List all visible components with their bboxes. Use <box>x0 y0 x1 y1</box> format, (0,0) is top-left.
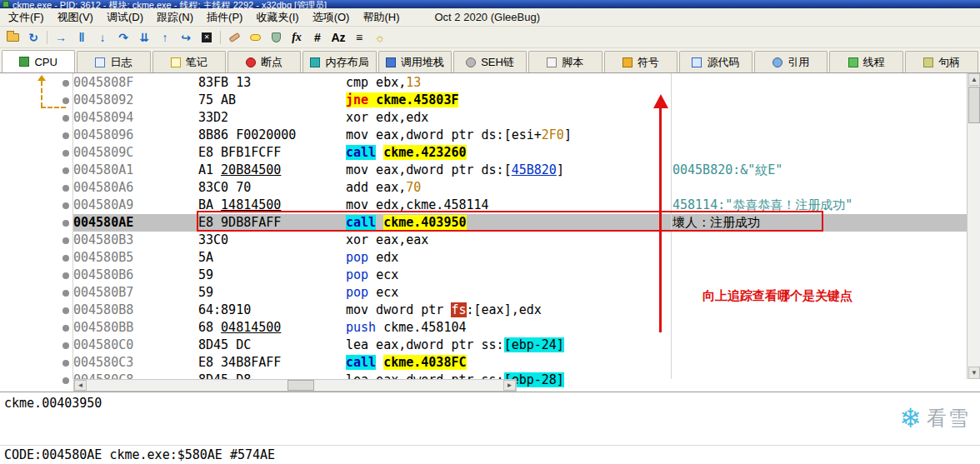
disasm-row[interactable]: 004580C3E8 34B8FAFFcall ckme.4038FC <box>0 354 967 372</box>
tab-references[interactable]: 引用 <box>754 51 828 72</box>
breakpoint-dot[interactable] <box>62 255 69 262</box>
tab-cpu[interactable]: CPU <box>2 50 75 72</box>
breakpoint-dot[interactable] <box>62 150 69 157</box>
preferences-lamp-icon[interactable]: ☼ <box>371 29 389 46</box>
menu-item-D[interactable]: 调试(D) <box>100 7 150 27</box>
step-out-icon[interactable]: ↑ <box>156 29 174 46</box>
disasm-row[interactable]: 004580B864:8910mov dword ptr fs:[eax],ed… <box>0 302 967 319</box>
breakpoint-dot[interactable] <box>62 220 69 227</box>
step-over-icon[interactable]: ↷ <box>114 29 132 46</box>
disasm-row[interactable]: 004580B55Apop edx <box>0 249 967 267</box>
run-to-user-icon[interactable]: ↪ <box>177 29 195 46</box>
disasm-row[interactable]: 004580A1A1 20B84500mov eax,dword ptr ds:… <box>0 162 967 179</box>
disasm-row[interactable]: 004580BB68 04814500push ckme.458104 <box>0 319 967 337</box>
menu-item-P[interactable]: 插件(P) <box>200 7 249 27</box>
breakpoint-dot[interactable] <box>62 377 69 384</box>
breakpoint-dot[interactable] <box>62 132 69 139</box>
row-gutter <box>0 372 73 389</box>
disasm-row[interactable]: 004580B333C0xor eax,eax <box>0 232 967 249</box>
function-fx-icon[interactable]: fx <box>288 29 306 46</box>
breakpoint-dot[interactable] <box>62 97 69 104</box>
breakpoint-dot[interactable] <box>62 325 69 332</box>
breakpoint-dot[interactable] <box>62 307 69 314</box>
comment-icon[interactable] <box>246 29 264 46</box>
close-icon[interactable]: ✕ <box>198 29 216 46</box>
scroll-down-icon[interactable]: ▼ <box>968 367 980 379</box>
tab-call-stack[interactable]: 调用堆栈 <box>378 51 452 72</box>
tab-notes[interactable]: 笔记 <box>152 51 226 72</box>
menu-item-F[interactable]: 文件(F) <box>2 7 51 27</box>
tab-memory-map[interactable]: 内存布局 <box>302 51 376 72</box>
bytes-cell: BA 14814500 <box>198 197 346 214</box>
breakpoint-dot[interactable] <box>62 80 69 87</box>
patch-icon <box>228 32 240 42</box>
scroll-right-icon[interactable]: ► <box>503 380 516 391</box>
disasm-row[interactable]: 004580968B86 F0020000mov eax,dword ptr d… <box>0 127 967 144</box>
breakpoint-dot[interactable] <box>62 167 69 174</box>
bytes-cell: 8B86 F0020000 <box>198 127 346 144</box>
tab-threads[interactable]: 线程 <box>829 51 902 72</box>
bytes-cell: 83C0 70 <box>198 179 346 197</box>
breakpoint-dot[interactable] <box>62 342 69 349</box>
disasm-row[interactable]: 004580A683C0 70add eax,70 <box>0 179 967 197</box>
menu-item-N[interactable]: 跟踪(N) <box>150 7 200 27</box>
pause-icon[interactable]: ‖ <box>72 29 91 46</box>
disasm-row[interactable]: 0045808F83FB 13cmp ebx,13 <box>0 74 967 92</box>
comment-cell <box>672 144 967 162</box>
menu-item-V[interactable]: 视图(V) <box>51 7 100 27</box>
breakpoint-dot[interactable] <box>62 115 69 122</box>
instruction-cell: call ckme.4038FC <box>346 354 672 372</box>
disasm-row[interactable]: 004580B659pop ecx <box>0 267 967 284</box>
bytes-cell: 64:8910 <box>198 302 346 319</box>
tab-symbols[interactable]: 符号 <box>604 51 678 72</box>
scroll-up-icon[interactable]: ▲ <box>968 73 980 86</box>
breakpoint-dot[interactable] <box>62 360 69 367</box>
animate-icon[interactable]: ⇊ <box>135 29 153 46</box>
log-list-icon[interactable]: ≡ <box>350 29 368 46</box>
patch-icon[interactable] <box>225 29 243 46</box>
tab-breakpoints[interactable]: 断点 <box>228 51 301 72</box>
disasm-row[interactable]: 0045809275 ABjne ckme.45803F <box>0 92 967 109</box>
horizontal-scrollbar[interactable]: ◄ ► <box>73 379 517 392</box>
breakpoint-dot[interactable] <box>62 202 69 209</box>
calculator-hash-icon[interactable]: # <box>308 29 327 46</box>
comment-cell: 458114:"恭喜恭喜！注册成功" <box>672 197 967 214</box>
tab-log[interactable]: 日志 <box>77 51 150 72</box>
comment-cell <box>672 267 967 284</box>
tab-script[interactable]: 脚本 <box>528 51 602 72</box>
menu-item-I[interactable]: 收藏夹(I) <box>249 7 305 27</box>
breakpoint-dot[interactable] <box>62 290 69 297</box>
vertical-scroll-thumb[interactable] <box>968 87 980 123</box>
disasm-row[interactable]: 004580A9BA 14814500mov edx,ckme.45811445… <box>0 197 967 214</box>
disasm-row[interactable]: 0045809433D2xor edx,edx <box>0 109 967 127</box>
run-icon[interactable]: → <box>52 29 70 46</box>
vertical-scrollbar[interactable]: ▲ ▼ <box>967 73 980 379</box>
row-gutter <box>0 302 73 319</box>
jump-arrow-icon <box>38 75 46 81</box>
restart-icon[interactable]: ↻ <box>24 29 42 46</box>
step-into-icon[interactable]: ↓ <box>93 29 112 46</box>
tab-seh-chain[interactable]: SEH链 <box>453 51 527 72</box>
breakpoint-dot[interactable] <box>62 185 69 192</box>
graph-icon[interactable] <box>267 29 285 46</box>
disassembly-pane[interactable]: 0045808F83FB 13cmp ebx,130045809275 ABjn… <box>0 73 980 392</box>
tab-source[interactable]: 源代码 <box>679 51 752 72</box>
font-az-icon[interactable]: Az <box>329 29 348 46</box>
scroll-left-icon[interactable]: ◄ <box>74 380 87 391</box>
address-cell: 00458096 <box>73 127 198 144</box>
breakpoint-dot[interactable] <box>62 272 69 279</box>
horizontal-scroll-thumb[interactable] <box>288 380 314 391</box>
comment-cell <box>672 319 967 337</box>
instruction-cell: jne ckme.45803F <box>346 92 672 109</box>
references-icon <box>772 57 782 67</box>
disasm-row[interactable]: 0045809CE8 BFB1FCFFcall ckme.423260 <box>0 144 967 162</box>
tab-label: 脚本 <box>562 55 583 70</box>
disasm-row[interactable]: 004580C08D45 DClea eax,dword ptr ss:[ebp… <box>0 337 967 354</box>
menu-item-O[interactable]: 选项(O) <box>306 7 357 27</box>
menu-item-H[interactable]: 帮助(H) <box>356 7 406 27</box>
bytes-cell: E8 9DB8FAFF <box>198 214 346 232</box>
breakpoint-dot[interactable] <box>62 237 69 244</box>
disasm-row[interactable]: 004580AEE8 9DB8FAFFcall ckme.403950壞人：注册… <box>0 214 967 232</box>
open-file-icon[interactable] <box>3 29 22 46</box>
tab-handles[interactable]: 句柄 <box>905 51 978 72</box>
